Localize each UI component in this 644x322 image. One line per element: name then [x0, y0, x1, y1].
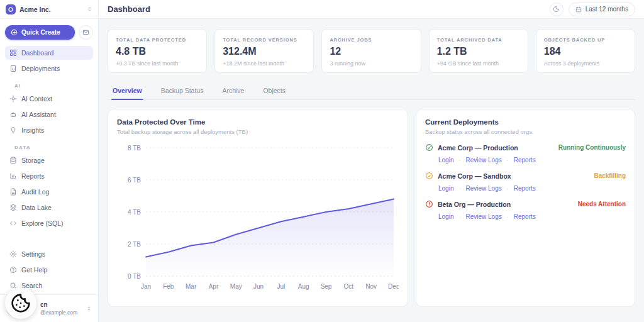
svg-text:Apr: Apr — [209, 283, 219, 290]
status-badge: Running Continuously — [558, 144, 626, 151]
user-menu[interactable]: cn @example.com — [0, 294, 98, 322]
inbox-button[interactable] — [79, 25, 93, 40]
dot-separator: · — [507, 186, 509, 192]
date-range-button[interactable]: Last 12 months — [569, 3, 635, 16]
quick-create-button[interactable]: Quick Create — [5, 25, 75, 40]
sidebar-item-deployments[interactable]: Deployments — [5, 62, 93, 75]
bar-chart-icon — [9, 172, 17, 180]
svg-text:Mar: Mar — [186, 283, 197, 290]
svg-text:Aug: Aug — [298, 283, 309, 290]
cookie-consent-button[interactable] — [5, 287, 36, 319]
login-link[interactable]: Login — [438, 213, 453, 220]
reports-link[interactable]: Reports — [514, 185, 536, 192]
page-title: Dashboard — [108, 4, 545, 14]
reports-link[interactable]: Reports — [514, 213, 536, 220]
review-logs-link[interactable]: Review Logs — [465, 157, 501, 164]
section-label-ai: AI — [5, 77, 93, 92]
deployment-head: Beta Org — Production Needs Attention — [425, 200, 626, 208]
svg-text:8 TB: 8 TB — [128, 145, 141, 152]
tab-archive[interactable]: Archive — [221, 83, 245, 99]
tab-objects[interactable]: Objects — [262, 83, 287, 99]
chart-card: Data Protected Over Time Total backup st… — [108, 109, 408, 307]
theme-toggle-button[interactable] — [550, 3, 564, 16]
top-bar: Dashboard Last 12 months — [99, 0, 644, 19]
deployment-row: Beta Org — Production Needs Attention Lo… — [425, 200, 626, 220]
dot-separator: · — [507, 157, 509, 164]
building-icon — [9, 65, 17, 72]
sidebar-item-settings[interactable]: Settings — [5, 247, 93, 261]
stat-label: TOTAL ARCHIVED DATA — [437, 37, 520, 43]
svg-text:Jul: Jul — [277, 283, 286, 290]
sidebar-item-dashboard[interactable]: Dashboard — [5, 46, 93, 60]
mail-icon — [82, 29, 89, 36]
sidebar-item-label: Get Help — [21, 266, 47, 274]
sidebar-item-label: Reports — [21, 172, 45, 180]
svg-text:Sep: Sep — [321, 283, 332, 290]
login-link[interactable]: Login — [438, 185, 453, 192]
content: TOTAL DATA PROTECTED 4.8 TB +0.3 TB sinc… — [99, 19, 644, 307]
review-logs-link[interactable]: Review Logs — [465, 213, 501, 220]
stat-sub: +94 GB since last month — [437, 60, 520, 67]
stat-card-objects-backed-up: OBJECTS BACKED UP 184 Across 3 deploymen… — [536, 29, 635, 73]
sidebar-item-label: Insights — [21, 126, 44, 134]
tab-bar: Overview Backup Status Archive Objects — [108, 83, 635, 100]
sidebar-item-ai-context[interactable]: AI Context — [5, 92, 93, 106]
sidebar-item-reports[interactable]: Reports — [5, 169, 93, 183]
dot-separator: · — [507, 214, 509, 220]
stat-card-total-archived-data: TOTAL ARCHIVED DATA 1.2 TB +94 GB since … — [429, 29, 528, 73]
svg-text:0 TB: 0 TB — [128, 273, 141, 280]
sidebar-item-label: Storage — [21, 157, 45, 164]
quick-create-row: Quick Create — [0, 19, 98, 45]
stat-sub: +0.3 TB since last month — [116, 60, 199, 67]
help-circle-icon — [9, 266, 17, 274]
sidebar-item-insights[interactable]: Insights — [5, 123, 93, 137]
sidebar-item-get-help[interactable]: Get Help — [5, 263, 93, 277]
status-badge: Needs Attention — [578, 201, 626, 208]
deployment-links: Login · Review Logs · Reports — [438, 185, 626, 192]
reports-link[interactable]: Reports — [514, 157, 536, 164]
calendar-icon — [575, 6, 582, 13]
tab-backup-status[interactable]: Backup Status — [160, 83, 205, 99]
svg-text:Oct: Oct — [344, 283, 354, 290]
sidebar-item-storage[interactable]: Storage — [5, 153, 93, 167]
sidebar-item-ai-assistant[interactable]: AI Assistant — [5, 108, 93, 121]
file-icon — [9, 188, 17, 196]
login-link[interactable]: Login — [438, 157, 453, 164]
review-logs-link[interactable]: Review Logs — [465, 185, 501, 192]
sidebar-item-label: AI Context — [21, 95, 52, 103]
quick-create-label: Quick Create — [21, 29, 60, 36]
sidebar-item-label: Settings — [21, 250, 45, 258]
user-meta: cn @example.com — [40, 301, 81, 316]
workspace-switcher[interactable]: Acme Inc. — [0, 0, 98, 19]
deployment-head: Acme Corp — Sandbox Backfilling — [425, 172, 626, 180]
dot-separator: · — [458, 214, 460, 220]
sidebar-item-label: Explore (SQL) — [21, 219, 64, 227]
main-area: Dashboard Last 12 months TOTAL DATA PROT… — [99, 0, 644, 322]
sidebar-item-label: Dashboard — [21, 49, 53, 57]
stat-card-archive-jobs: ARCHIVE JOBS 12 3 running now — [321, 29, 421, 73]
stat-value: 184 — [544, 46, 627, 57]
alert-circle-icon — [425, 200, 433, 208]
svg-text:6 TB: 6 TB — [128, 177, 141, 184]
stat-value: 4.8 TB — [116, 46, 199, 57]
dot-separator: · — [458, 157, 460, 164]
sidebar-item-data-lake[interactable]: Data Lake — [5, 201, 93, 214]
tab-overview[interactable]: Overview — [111, 83, 143, 99]
sidebar-item-audit-log[interactable]: Audit Log — [5, 185, 93, 199]
acme-logo-icon — [6, 4, 16, 14]
sidebar-spacer — [0, 232, 98, 246]
user-email: @example.com — [40, 309, 81, 316]
deployment-links: Login · Review Logs · Reports — [438, 213, 626, 220]
sidebar-item-explore-sql[interactable]: Explore (SQL) — [5, 216, 93, 230]
database-icon — [9, 157, 17, 164]
sidebar-item-label: Audit Log — [21, 188, 49, 196]
layers-icon — [9, 204, 17, 211]
sidebar-item-label: AI Assistant — [21, 111, 56, 118]
stat-label: TOTAL DATA PROTECTED — [116, 37, 199, 43]
check-circle-icon — [425, 143, 433, 152]
deployment-links: Login · Review Logs · Reports — [438, 157, 626, 164]
stats-row: TOTAL DATA PROTECTED 4.8 TB +0.3 TB sinc… — [108, 29, 635, 73]
svg-text:2 TB: 2 TB — [128, 241, 141, 248]
deployment-name: Acme Corp — Sandbox — [438, 172, 589, 180]
plus-circle-icon — [11, 29, 18, 36]
